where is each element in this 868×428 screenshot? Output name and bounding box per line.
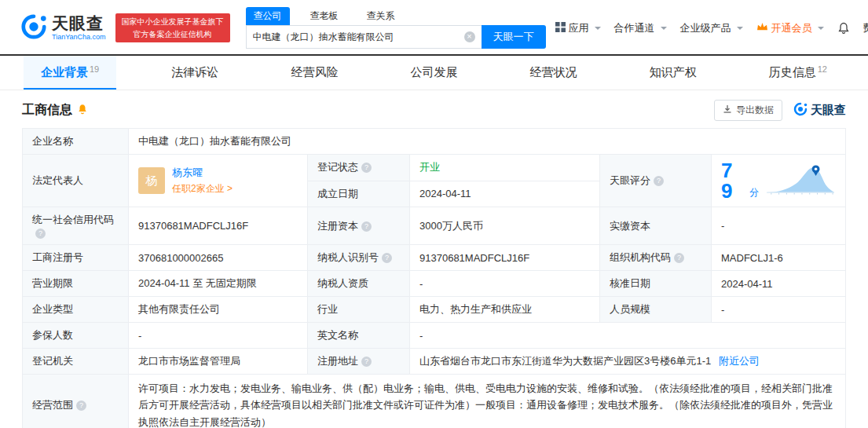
tab-legal-litigation[interactable]: 法律诉讼 — [154, 56, 236, 90]
reg-capital-label: 注册资本 — [308, 207, 410, 245]
search-tab-company[interactable]: 查公司 — [246, 7, 290, 25]
top-nav: 应用 合作通道 企业级产品 开通会员 费米 — [555, 21, 868, 35]
company-type-value: 其他有限责任公司 — [129, 297, 308, 323]
download-icon — [723, 104, 732, 116]
search-block: 查公司 查老板 查关系 天眼一下 — [246, 7, 546, 49]
credit-code-label: 统一社会信用代码 — [23, 207, 129, 245]
tab-count: 12 — [818, 64, 827, 74]
tab-operation-risk[interactable]: 经营风险 — [273, 56, 355, 90]
org-code-value: MADFCLJ1-6 — [712, 245, 846, 271]
nav-vip-label: 开通会员 — [771, 21, 812, 35]
search-tab-boss[interactable]: 查老板 — [302, 7, 346, 25]
table-row: 统一社会信用代码 91370681MADFCLJ16F 注册资本 3000万人民… — [23, 207, 846, 245]
reg-number-value: 370681000002665 — [129, 245, 308, 271]
tab-operation-status[interactable]: 经营状况 — [513, 56, 595, 90]
table-row: 法定代表人 杨 杨东曜 任职2家企业 > 登记状态 开业 天眼评分 79 分 — [23, 155, 846, 181]
paid-capital-label: 实缴资本 — [600, 207, 712, 245]
company-tabbar: 企业背景19 法律诉讼 经营风险 公司发展 经营状况 知识产权 历史信息12 — [0, 56, 868, 90]
info-icon[interactable] — [76, 401, 86, 411]
nearby-companies-link[interactable]: 附近公司 — [719, 355, 760, 367]
notification-bell-icon[interactable] — [837, 22, 850, 35]
brand-name: 天眼查 — [52, 15, 106, 31]
search-type-tabs: 查公司 查老板 查关系 — [246, 7, 546, 25]
reg-address-cell: 山东省烟台市龙口市东江街道华为大数据产业园区3号楼6单元1-1 附近公司 — [410, 349, 846, 375]
table-row: 企业名称 中电建（龙口）抽水蓄能有限公司 — [23, 129, 846, 155]
eye-logo-icon — [20, 13, 47, 43]
company-name-value: 中电建（龙口）抽水蓄能有限公司 — [129, 129, 846, 155]
table-row: 企业类型 其他有限责任公司 行业 电力、热力生产和供应业 人员规模 - — [23, 297, 846, 323]
credit-code-value: 91370681MADFCLJ16F — [129, 207, 308, 245]
industry-label: 行业 — [308, 297, 410, 323]
business-term-value: 2024-04-11 至 无固定期限 — [129, 271, 308, 297]
score-value: 79 — [721, 160, 743, 201]
tab-company-development[interactable]: 公司发展 — [393, 56, 474, 90]
reg-status-label: 登记状态 — [308, 155, 410, 181]
legal-rep-companies-link[interactable]: 任职2家企业 > — [172, 182, 233, 196]
info-icon[interactable] — [35, 229, 46, 239]
info-icon[interactable] — [361, 357, 372, 367]
reg-address-label: 注册地址 — [308, 349, 410, 375]
industry-value: 电力、热力生产和供应业 — [410, 297, 600, 323]
business-scope-label: 经营范围 — [23, 375, 129, 428]
tab-intellectual-property[interactable]: 知识产权 — [632, 56, 714, 90]
search-tab-relation[interactable]: 查关系 — [359, 7, 403, 25]
nav-apps[interactable]: 应用 — [555, 21, 601, 35]
english-name-value: - — [410, 323, 846, 349]
info-icon[interactable] — [361, 221, 372, 232]
reg-authority-value: 龙口市市场监督管理局 — [129, 349, 308, 375]
reg-capital-value: 3000万人民币 — [410, 207, 600, 245]
info-icon[interactable] — [361, 163, 372, 173]
tianyancha-logo[interactable]: 天眼查 TianYanCha.com — [20, 13, 106, 43]
tab-company-background[interactable]: 企业背景19 — [24, 56, 116, 90]
paid-capital-value: - — [712, 207, 846, 245]
legal-rep-label: 法定代表人 — [23, 155, 129, 207]
search-button[interactable]: 天眼一下 — [482, 25, 546, 49]
company-type-label: 企业类型 — [23, 297, 129, 323]
table-row: 经营范围 许可项目：水力发电；发电业务、输电业务、供（配）电业务；输电、供电、受… — [23, 375, 846, 428]
subscribe-bell-icon[interactable] — [77, 104, 88, 118]
clear-search-icon[interactable] — [464, 31, 475, 42]
badge-line2: 官方备案企业征信机构 — [122, 28, 224, 41]
reg-address-value: 山东省烟台市龙口市东江街道华为大数据产业园区3号楼6单元1-1 — [419, 355, 711, 367]
score-cell: 79 分 — [712, 155, 846, 207]
nav-open-vip[interactable]: 开通会员 — [756, 21, 824, 35]
nav-enterprise-products[interactable]: 企业级产品 — [680, 21, 743, 35]
business-scope-value: 许可项目：水力发电；发电业务、输电业务、供（配）电业务；输电、供电、受电电力设施… — [129, 375, 846, 428]
brand-domain: TianYanCha.com — [52, 33, 106, 41]
watermark-brand[interactable]: 天眼查 — [793, 102, 846, 119]
score-unit: 分 — [749, 186, 759, 199]
taxpayer-qualification-value: - — [410, 271, 600, 297]
nav-cooperation[interactable]: 合作通道 — [614, 21, 667, 35]
score-distribution-chart — [765, 163, 836, 199]
export-data-button[interactable]: 导出数据 — [714, 100, 782, 121]
search-input-wrap — [246, 25, 482, 49]
org-code-label: 组织机构代码 — [600, 245, 712, 271]
table-row: 参保人数 - 英文名称 - — [23, 323, 846, 349]
est-date-value: 2024-04-11 — [410, 181, 600, 207]
legal-rep-name-link[interactable]: 杨东曜 — [172, 166, 233, 180]
nav-user-label: 费米 — [863, 21, 868, 35]
info-icon[interactable] — [654, 176, 664, 186]
section-head: 工商信息 导出数据 — [22, 100, 846, 121]
crown-icon — [756, 22, 768, 34]
taxpayer-qualification-label: 纳税人资质 — [308, 271, 410, 297]
eye-logo-icon — [793, 102, 808, 119]
insured-count-value: - — [129, 323, 308, 349]
business-term-label: 营业期限 — [23, 271, 129, 297]
legal-rep-avatar: 杨 — [138, 167, 165, 194]
reg-number-label: 工商注册号 — [23, 245, 129, 271]
nav-user-account[interactable]: 费米 — [863, 21, 868, 35]
apps-grid-icon — [555, 22, 566, 35]
insured-count-label: 参保人数 — [23, 323, 129, 349]
nav-cooperation-label: 合作通道 — [614, 21, 655, 35]
badge-line1: 国家中小企业发展子基金旗下 — [122, 16, 224, 28]
search-input[interactable] — [253, 31, 464, 42]
tab-history-info[interactable]: 历史信息12 — [752, 56, 844, 90]
est-date-label: 成立日期 — [308, 181, 410, 207]
taxpayer-id-value: 91370681MADFCLJ16F — [410, 245, 600, 271]
table-row: 登记机关 龙口市市场监督管理局 注册地址 山东省烟台市龙口市东江街道华为大数据产… — [23, 349, 846, 375]
info-icon[interactable] — [382, 253, 392, 263]
info-icon[interactable] — [674, 253, 684, 263]
taxpayer-id-label: 纳税人识别号 — [308, 245, 410, 271]
table-row: 工商注册号 370681000002665 纳税人识别号 91370681MAD… — [23, 245, 846, 271]
